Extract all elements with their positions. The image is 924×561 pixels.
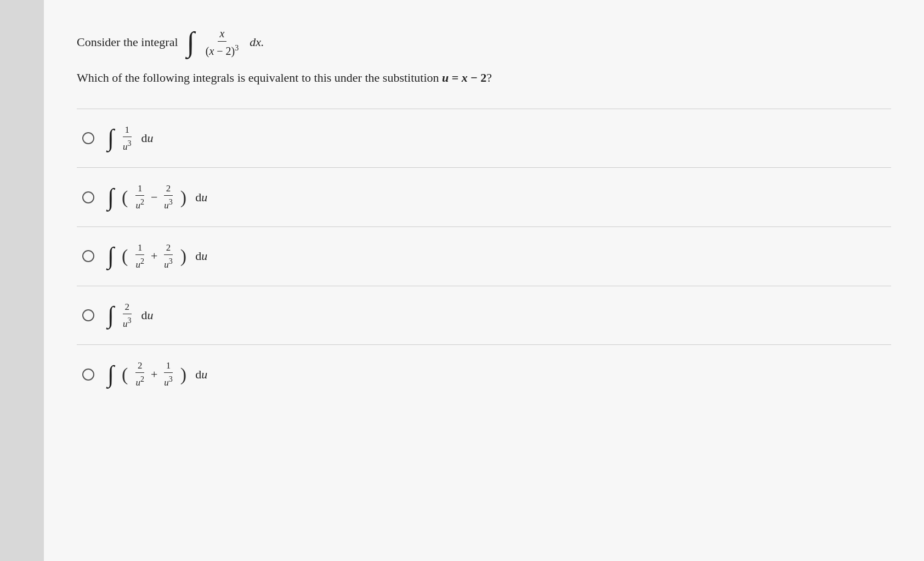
substitution-text: Which of the following integrals is equi…	[77, 71, 439, 84]
option-a[interactable]: ∫ 1 u3 du	[77, 109, 891, 168]
integral-d: ∫	[107, 303, 114, 327]
option-e-math: ∫ ( 2 u2 + 1 u3 ) du	[105, 360, 207, 388]
left-sidebar	[0, 0, 44, 561]
fraction-d: 2 u3	[121, 302, 134, 330]
du-e: du	[195, 367, 207, 382]
radio-e[interactable]	[82, 369, 94, 381]
du-c: du	[195, 249, 207, 263]
plus-e: +	[151, 367, 157, 382]
fraction-a: 1 u3	[121, 124, 134, 152]
paren-close-e: )	[180, 364, 186, 385]
option-b[interactable]: ∫ ( 1 u2 − 2 u3 ) du	[77, 168, 891, 227]
option-d[interactable]: ∫ 2 u3 du	[77, 286, 891, 345]
paren-open-b: (	[122, 187, 128, 208]
paren-content-e: 2 u2 + 1 u3	[133, 360, 174, 388]
option-c[interactable]: ∫ ( 1 u2 + 2 u3 ) du	[77, 227, 891, 286]
option-d-math: ∫ 2 u3 du	[105, 302, 154, 330]
minus-b: −	[151, 190, 157, 205]
option-b-math: ∫ ( 1 u2 − 2 u3 ) du	[105, 183, 207, 211]
radio-c[interactable]	[82, 250, 94, 262]
option-c-math: ∫ ( 1 u2 + 2 u3 ) du	[105, 242, 207, 270]
main-denominator: (x − 2)3	[203, 43, 241, 58]
question-mark: ?	[486, 71, 492, 84]
radio-a[interactable]	[82, 132, 94, 144]
frac-b2: 2 u3	[162, 183, 175, 211]
du-a: du	[141, 131, 154, 145]
paren-close-c: )	[180, 246, 186, 267]
frac-e2: 1 u3	[162, 360, 175, 388]
option-e[interactable]: ∫ ( 2 u2 + 1 u3 ) du	[77, 345, 891, 404]
integral-symbol: ∫	[187, 28, 195, 56]
paren-open-c: (	[122, 246, 128, 267]
main-numerator: x	[218, 27, 227, 42]
integral-b: ∫	[107, 185, 114, 209]
radio-b[interactable]	[82, 191, 94, 203]
frac-c2: 2 u3	[162, 242, 175, 270]
intro-text: Consider the integral	[77, 35, 178, 49]
paren-content-c: 1 u2 + 2 u3	[133, 242, 174, 270]
integral-c: ∫	[107, 244, 114, 268]
plus-c: +	[151, 249, 157, 263]
main-content: Consider the integral ∫ x (x − 2)3 dx. W…	[44, 0, 924, 561]
main-fraction: x (x − 2)3	[203, 27, 241, 58]
option-a-math: ∫ 1 u3 du	[105, 124, 154, 152]
frac-c1: 1 u2	[133, 242, 146, 270]
du-d: du	[141, 308, 154, 322]
paren-content-b: 1 u2 − 2 u3	[133, 183, 174, 211]
substitution-line: Which of the following integrals is equi…	[77, 69, 891, 87]
integral-e: ∫	[107, 362, 114, 387]
options-list: ∫ 1 u3 du ∫ ( 1 u2 −	[77, 109, 891, 404]
paren-close-b: )	[180, 187, 186, 208]
du-b: du	[195, 190, 207, 205]
dx-label: dx.	[250, 35, 264, 49]
frac-b1: 1 u2	[133, 183, 146, 211]
integral-display: Consider the integral ∫ x (x − 2)3 dx.	[77, 27, 891, 58]
frac-e1: 2 u2	[133, 360, 146, 388]
integral-a: ∫	[107, 126, 114, 150]
radio-d[interactable]	[82, 309, 94, 321]
question-header: Consider the integral ∫ x (x − 2)3 dx. W…	[77, 27, 891, 87]
paren-open-e: (	[122, 364, 128, 385]
